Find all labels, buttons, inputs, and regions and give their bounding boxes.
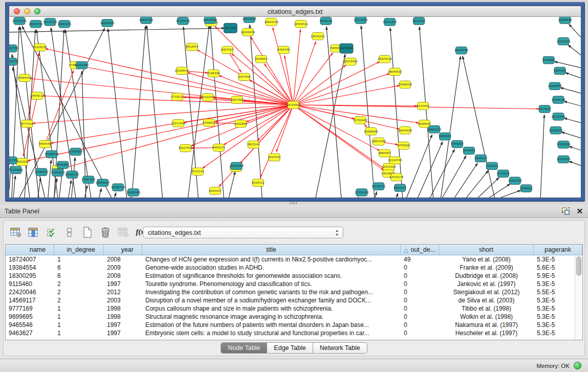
table-cell[interactable]: 0 [401, 313, 439, 321]
table-cell[interactable]: 0 [401, 329, 439, 337]
close-panel-icon[interactable]: ✕ [576, 207, 583, 215]
graph-node[interactable]: 16033809 [203, 17, 217, 24]
network-window[interactable]: citations_edges.txt 18724007845474991468… [5, 2, 585, 202]
column-check-icon[interactable] [44, 225, 59, 239]
table-cell[interactable]: Investigating the contribution of common… [142, 288, 401, 296]
graph-node[interactable]: 9474444 [463, 147, 475, 154]
table-cell[interactable]: Corpus callosum shape and size in male p… [142, 304, 401, 313]
graph-node[interactable]: 9975887 [57, 161, 69, 168]
network-canvas[interactable]: 1872400784547499146821932754828676089242… [9, 17, 581, 198]
graph-node[interactable]: 15751074 [556, 38, 571, 45]
graph-node[interactable]: 21055724 [12, 17, 27, 25]
graph-node[interactable]: 16782759 [111, 184, 125, 191]
column-header-in_degree[interactable]: in_degree [54, 245, 104, 255]
graph-node[interactable]: 19384554 [17, 74, 32, 81]
float-window-icon[interactable] [561, 207, 570, 215]
trash-icon[interactable] [98, 225, 113, 239]
table-cell[interactable]: Hescheler et al. (1997) [439, 329, 534, 337]
graph-node[interactable]: 19142750 [9, 45, 18, 52]
graph-node[interactable]: 9115460 [417, 102, 430, 110]
column-header-pagerank[interactable]: pagerank [534, 245, 582, 255]
table-cell[interactable]: 0 [401, 288, 439, 296]
graph-node[interactable]: 10719155 [354, 17, 367, 24]
graph-node[interactable]: 8960123 [212, 144, 225, 151]
table-cell[interactable]: 0 [401, 304, 439, 313]
graph-node[interactable]: 12444194 [551, 96, 565, 103]
graph-node[interactable]: 12213349 [171, 120, 186, 127]
graph-node[interactable]: 8958923 [439, 133, 451, 140]
graph-node[interactable]: 14196141 [372, 183, 385, 190]
graph-node[interactable]: 14830211 [311, 33, 324, 40]
graph-node[interactable]: 16671355 [383, 18, 397, 26]
graph-node[interactable]: 18107554 [179, 144, 193, 151]
graph-node[interactable]: 17334269 [355, 189, 369, 196]
graph-node[interactable]: 2718126 [171, 93, 184, 100]
graph-node[interactable]: 22420046 [175, 67, 189, 74]
table-cell[interactable]: Structural magnetic resonance image aver… [142, 313, 401, 321]
new-document-icon[interactable] [80, 225, 95, 239]
table-cell[interactable]: de Silva et al. (2003) [439, 296, 534, 304]
close-window-icon[interactable] [14, 8, 20, 14]
table-cell[interactable]: 2 [54, 280, 104, 288]
graph-node[interactable]: 19637193 [139, 17, 153, 24]
graph-node[interactable]: 8466160 [320, 17, 333, 25]
graph-node[interactable]: 10688609 [364, 128, 378, 135]
green-dot-icon[interactable] [574, 362, 581, 369]
table-cell[interactable]: 18724007 [6, 255, 54, 264]
graph-node[interactable]: 18109755 [9, 58, 18, 65]
table-cell[interactable]: 0 [401, 296, 439, 304]
graph-node[interactable]: 11548498 [558, 17, 572, 24]
graph-node[interactable]: 2935114 [474, 155, 487, 162]
table-cell[interactable]: Estimation of significance thresholds fo… [142, 272, 401, 280]
graph-node[interactable]: 12093872 [548, 82, 561, 90]
graph-node[interactable]: 12522174 [389, 173, 404, 181]
graph-node[interactable]: 16210643 [551, 113, 565, 120]
table-cell[interactable]: 9115460 [6, 280, 54, 288]
minimize-window-icon[interactable] [24, 8, 30, 14]
graph-node[interactable]: 9129966 [542, 56, 555, 63]
graph-node[interactable]: 16151328 [382, 163, 396, 170]
graph-node[interactable]: 19218986 [339, 43, 354, 53]
graph-node[interactable]: 16120746 [388, 157, 402, 164]
graph-node[interactable]: 19337154 [43, 18, 57, 26]
table-cell[interactable]: 1 [54, 255, 104, 264]
graph-node[interactable]: 7632621 [486, 162, 498, 169]
table-row[interactable]: 2242004622012Investigating the contribut… [6, 288, 582, 296]
table-cell[interactable]: Tibbo et al. (1998) [439, 304, 534, 313]
graph-node[interactable]: 16958107 [96, 179, 110, 186]
graph-node[interactable]: 19654923 [398, 127, 412, 134]
tab-node-table[interactable]: Node Table [221, 342, 267, 354]
table-cell[interactable]: Estimation of the future numbers of pati… [142, 321, 401, 329]
column-header-short[interactable]: short [439, 245, 534, 255]
table-cell[interactable]: 0 [401, 321, 439, 329]
table-row[interactable]: 946362711997Embryonic stem cells: a mode… [6, 329, 582, 337]
table-cell[interactable]: 2008 [104, 255, 142, 264]
table-cell[interactable]: 2 [54, 296, 104, 304]
table-cell[interactable]: Wolkin et al. (1998) [439, 313, 534, 321]
table-row[interactable]: 1456911722003Disruption of a novel membe… [6, 296, 582, 304]
graph-node[interactable]: 10653247 [242, 17, 256, 23]
graph-node[interactable]: 9327548 [238, 73, 251, 80]
graph-node[interactable]: 15720407 [353, 117, 367, 124]
column-header-name[interactable]: name [6, 245, 54, 255]
table-cell[interactable]: 2008 [104, 272, 142, 280]
tab-edge-table[interactable]: Edge Table [267, 342, 313, 354]
graph-node[interactable]: 18807249 [372, 138, 386, 145]
graph-node[interactable]: 20691406 [100, 19, 115, 27]
table-cell[interactable]: Disruption of a novel member of a sodium… [142, 296, 401, 304]
graph-node[interactable]: 8186328 [207, 70, 220, 77]
table-cell[interactable]: 2003 [104, 296, 142, 304]
graph-node[interactable]: 18724007 [286, 101, 300, 108]
table-cell[interactable]: 0 [401, 272, 439, 280]
table-row[interactable]: 1938455462009Genome-wide association stu… [6, 264, 582, 272]
table-cell[interactable]: 1997 [104, 329, 142, 337]
table-row[interactable]: 911546021997Tourette syndrome. Phenomeno… [6, 280, 582, 288]
graph-node[interactable]: 18226058 [241, 29, 255, 36]
graph-node[interactable]: 10932413 [508, 177, 522, 184]
graph-node[interactable]: 9242848 [234, 120, 247, 127]
graph-node[interactable]: 9146821 [255, 55, 267, 62]
graph-node[interactable]: 14569117 [30, 92, 44, 99]
graph-node[interactable]: 13911561 [9, 157, 18, 164]
graph-node[interactable]: 17016504 [556, 141, 571, 148]
table-cell[interactable]: 9463627 [6, 329, 54, 337]
